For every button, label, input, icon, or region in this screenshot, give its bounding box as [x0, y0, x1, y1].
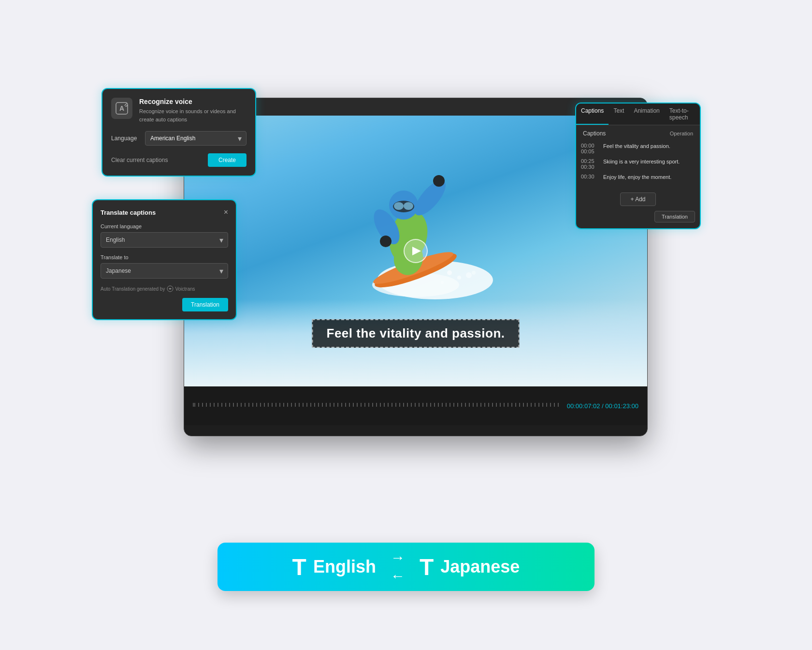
target-lang-text: Japanese	[440, 557, 520, 577]
recognize-voice-panel: A Recognize voice Recognize voice in sou…	[102, 88, 256, 177]
tab-tts[interactable]: Text-to-speech	[665, 103, 700, 125]
current-time: 00:00:07:02	[567, 402, 600, 410]
language-label: Language	[111, 135, 140, 142]
source-language: T English	[292, 554, 376, 580]
caption-time-3: 00:30	[581, 174, 598, 179]
recognize-icon-box: A	[111, 98, 132, 119]
translate-to-select-wrapper[interactable]: Japanese	[101, 263, 228, 279]
recognize-icon: A	[115, 102, 129, 115]
target-t-icon: T	[420, 554, 434, 580]
caption-overlay[interactable]: Feel the vitality and passion.	[312, 319, 520, 348]
timeline-tick	[193, 403, 194, 407]
total-time: 00:01:23:00	[605, 402, 638, 410]
translate-to-select[interactable]: Japanese	[101, 263, 228, 279]
snowboarder-figure	[319, 130, 512, 316]
operation-label: Operation	[670, 131, 693, 136]
auto-note-text: Auto Translation generated by	[101, 286, 165, 292]
close-button[interactable]: ×	[224, 208, 228, 217]
translate-header: Translate captions ×	[101, 208, 228, 217]
tab-text[interactable]: Text	[609, 103, 629, 125]
svg-point-17	[441, 281, 444, 284]
caption-item-1: 00:0000:05 Feel the vitality and passion…	[581, 143, 695, 154]
translate-to-label: Translate to	[101, 254, 228, 260]
clear-captions-button[interactable]: Clear current captions	[111, 157, 168, 163]
source-lang-text: English	[313, 557, 376, 577]
tab-animation[interactable]: Animation	[629, 103, 664, 125]
auto-translation-note: Auto Translation generated by Voictrans	[101, 285, 228, 292]
recognize-title: Recognize voice	[139, 98, 246, 105]
tab-captions[interactable]: Captions	[576, 103, 609, 125]
translation-button[interactable]: Translation	[654, 211, 695, 222]
caption-text: Feel the vitality and passion.	[327, 326, 505, 340]
current-language-label: Current language	[101, 223, 228, 229]
svg-point-14	[447, 270, 452, 275]
translation-action-button[interactable]: Translation	[182, 298, 228, 311]
svg-point-15	[457, 276, 461, 280]
translate-panel: Translate captions × Current language En…	[92, 199, 237, 320]
svg-point-18	[472, 271, 476, 275]
time-display: 00:00:07:02 / 00:01:23:00	[567, 402, 638, 410]
caption-content-2: Skiing is a very interesting sport.	[603, 158, 680, 165]
translate-actions: Translation	[101, 298, 228, 311]
caption-item-2: 00:2500:30 Skiing is a very interesting …	[581, 158, 695, 170]
language-select-wrapper[interactable]: American English	[145, 131, 246, 146]
svg-point-16	[466, 272, 472, 278]
target-language: T Japanese	[420, 554, 520, 580]
add-caption-button[interactable]: + Add	[620, 192, 655, 206]
current-language-select[interactable]: English	[101, 232, 228, 248]
svg-point-10	[404, 202, 413, 210]
caption-item-3: 00:30 Enjoy life, enjoy the moment.	[581, 174, 695, 181]
create-button[interactable]: Create	[208, 153, 246, 167]
recognize-description: Recognize voice in sounds or videos and …	[139, 107, 246, 123]
provider-text: Voictrans	[175, 286, 195, 292]
captions-list: 00:0000:05 Feel the vitality and passion…	[576, 140, 700, 188]
recognize-actions: Clear current captions Create	[111, 153, 246, 167]
arrow-right-icon: →	[391, 549, 405, 566]
caption-time-2: 00:2500:30	[581, 158, 598, 170]
language-row: Language American English	[111, 131, 246, 146]
caption-time-1: 00:0000:05	[581, 143, 598, 154]
arrow-left-icon: ←	[391, 568, 405, 584]
translation-arrows: → ←	[391, 549, 405, 584]
svg-text:A: A	[119, 104, 124, 112]
captions-panel-header: Captions Operation	[576, 125, 700, 140]
recognize-text: Recognize voice Recognize voice in sound…	[139, 98, 246, 123]
translate-title: Translate captions	[101, 209, 156, 216]
svg-point-9	[394, 202, 404, 210]
captions-panel: Captions Text Animation Text-to-speech C…	[575, 103, 701, 229]
play-icon	[412, 247, 421, 255]
recognize-header: A Recognize voice Recognize voice in sou…	[111, 98, 246, 123]
svg-point-13	[433, 175, 445, 187]
current-language-select-wrapper[interactable]: English	[101, 232, 228, 248]
timeline-bar[interactable]: 00:00:07:02 / 00:01:23:00	[184, 386, 647, 425]
caption-content-1: Feel the vitality and passion.	[603, 143, 670, 150]
language-select[interactable]: American English	[145, 131, 246, 146]
play-button[interactable]	[404, 239, 428, 263]
source-t-icon: T	[292, 554, 306, 580]
svg-point-12	[380, 236, 392, 247]
voictrans-logo-icon	[167, 285, 174, 292]
captions-tabs: Captions Text Animation Text-to-speech	[576, 103, 700, 125]
translation-banner: T English → ← T Japanese	[218, 543, 594, 591]
captions-label: Captions	[583, 130, 606, 137]
caption-content-3: Enjoy life, enjoy the moment.	[603, 174, 671, 181]
